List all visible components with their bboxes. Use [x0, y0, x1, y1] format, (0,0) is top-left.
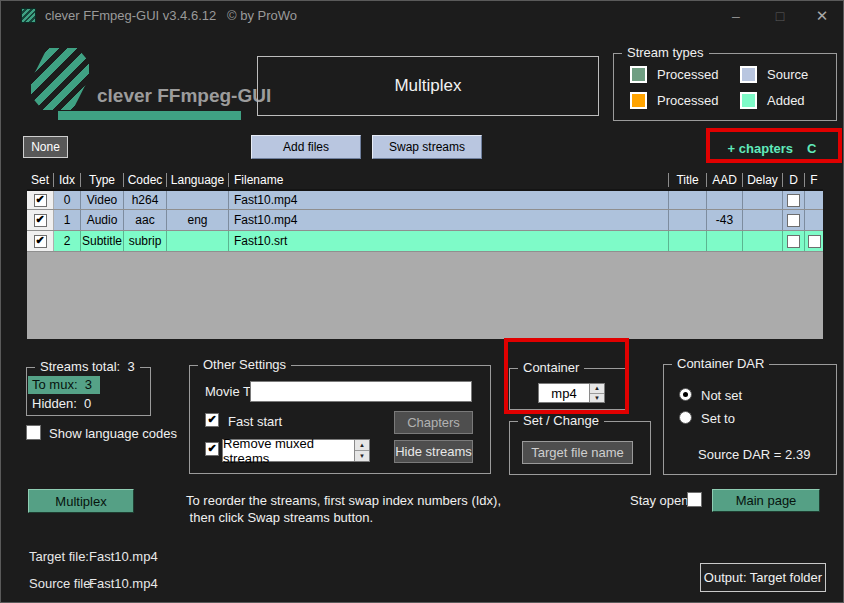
add-files-button[interactable]: Add files [251, 135, 361, 159]
idx-cell[interactable]: 2 [54, 231, 81, 251]
col-aad: AAD [707, 173, 743, 187]
set-cell[interactable] [27, 210, 54, 230]
table-row-audio[interactable]: 1 Audio aac eng Fast10.mp4 -43 [27, 210, 823, 231]
source-file-value: Fast10.mp4 [89, 576, 158, 591]
source-dar-value: Source DAR = 2.39 [698, 447, 810, 462]
spin-down-icon[interactable]: ▼ [590, 394, 604, 403]
title-bar: clever FFmpeg-GUI v3.4.6.12 © by ProWo –… [1, 1, 843, 31]
target-file-name-button[interactable]: Target file name [522, 441, 633, 464]
f-checkbox[interactable] [808, 235, 821, 248]
streams-total-label: Streams total: 3 [35, 359, 140, 374]
d-checkbox[interactable] [787, 214, 800, 227]
col-type: Type [81, 173, 124, 187]
legend-label: Processed [657, 67, 718, 82]
aad-cell[interactable] [707, 231, 743, 251]
filename-cell: Fast10.mp4 [229, 210, 669, 230]
close-button[interactable]: ✕ [809, 7, 835, 25]
hint-line1: To reorder the streams, first swap index… [186, 493, 501, 508]
language-cell[interactable] [167, 191, 229, 209]
set-checkbox[interactable] [34, 214, 47, 227]
chapters-shortcut: C [807, 141, 816, 156]
language-cell[interactable] [167, 231, 229, 251]
processed-orange-swatch [630, 92, 647, 109]
remove-muxed-checkbox[interactable] [205, 442, 219, 456]
output-target-folder-button[interactable]: Output: Target folder [700, 563, 826, 592]
col-idx: Idx [54, 173, 81, 187]
title-cell[interactable] [669, 210, 707, 230]
stream-types-label: Stream types [622, 45, 709, 60]
d-checkbox[interactable] [787, 235, 800, 248]
title-cell[interactable] [669, 191, 707, 209]
streams-summary-group: Streams total: 3 To mux: 3 Hidden: 0 [26, 367, 151, 416]
set-cell[interactable] [27, 191, 54, 209]
col-set: Set [27, 173, 54, 187]
aad-cell[interactable] [707, 191, 743, 209]
col-filename: Filename [229, 173, 669, 187]
container-spinner[interactable]: mp4 ▲▼ [538, 383, 605, 403]
spinner-arrows[interactable]: ▲▼ [589, 384, 604, 402]
delay-cell[interactable] [743, 231, 783, 251]
d-cell[interactable] [783, 210, 805, 230]
idx-cell[interactable]: 0 [54, 191, 81, 209]
filename-cell: Fast10.srt [229, 231, 669, 251]
set-change-label: Set / Change [518, 413, 604, 428]
col-codec: Codec [124, 173, 167, 187]
stream-table: Set Idx Type Codec Language Filename Tit… [27, 171, 823, 339]
target-file-label: Target file: [29, 549, 89, 564]
stay-open-checkbox[interactable] [687, 492, 702, 507]
added-swatch [740, 92, 757, 109]
dar-not-set-radio[interactable] [679, 388, 692, 401]
movie-title-input[interactable] [250, 381, 472, 402]
spin-down-icon[interactable]: ▼ [355, 451, 369, 461]
d-cell[interactable] [783, 191, 805, 209]
spinner-arrows[interactable]: ▲▼ [354, 440, 369, 461]
add-chapters-link[interactable]: + chaptersC [706, 141, 838, 156]
other-settings-label: Other Settings [198, 357, 291, 372]
multiplex-button[interactable]: Multiplex [28, 489, 134, 513]
legend-source: Source [740, 66, 808, 83]
col-f: F [805, 173, 823, 187]
aad-cell[interactable]: -43 [707, 210, 743, 230]
hidden-count: Hidden: 0 [32, 396, 150, 411]
page-title: Multiplex [257, 56, 599, 116]
d-checkbox[interactable] [787, 194, 800, 207]
set-cell[interactable] [27, 231, 54, 251]
f-cell [805, 210, 823, 230]
minimize-button[interactable]: – [723, 7, 749, 25]
fast-start-checkbox-checked[interactable] [205, 413, 219, 427]
codec-cell: h264 [124, 191, 167, 209]
delay-cell[interactable] [743, 210, 783, 230]
app-window: clever FFmpeg-GUI v3.4.6.12 © by ProWo –… [0, 0, 844, 603]
hint-line2: then click Swap streams button. [186, 510, 373, 525]
spin-up-icon[interactable]: ▲ [590, 384, 604, 394]
col-title: Title [669, 173, 707, 187]
language-cell[interactable]: eng [167, 210, 229, 230]
col-d: D [783, 173, 805, 187]
title-cell[interactable] [669, 231, 707, 251]
idx-cell[interactable]: 1 [54, 210, 81, 230]
set-checkbox[interactable] [34, 194, 47, 207]
spin-up-icon[interactable]: ▲ [355, 440, 369, 451]
table-row-video[interactable]: 0 Video h264 Fast10.mp4 [27, 189, 823, 210]
dar-set-to-label: Set to [701, 411, 735, 426]
logo-text: clever FFmpeg-GUI [97, 85, 271, 107]
maximize-button[interactable]: □ [767, 7, 793, 25]
app-logo-icon [31, 48, 89, 110]
table-row-subtitle[interactable]: 2 Subtitle subrip Fast10.srt [27, 231, 823, 252]
f-cell[interactable] [805, 231, 823, 251]
col-language: Language [167, 173, 229, 187]
show-language-codes-checkbox[interactable] [26, 425, 41, 440]
set-checkbox[interactable] [34, 235, 47, 248]
dar-set-to-radio[interactable] [679, 411, 692, 424]
f-cell [805, 191, 823, 209]
remove-muxed-spinner[interactable]: Remove muxed streams ▲▼ [222, 439, 370, 462]
chapters-link-text: + chapters [728, 141, 793, 156]
main-page-button[interactable]: Main page [712, 489, 820, 512]
chapters-button[interactable]: Chapters [394, 411, 473, 434]
hide-streams-button[interactable]: Hide streams [394, 440, 473, 463]
none-button[interactable]: None [23, 136, 68, 158]
swap-streams-button[interactable]: Swap streams [372, 135, 482, 159]
delay-cell[interactable] [743, 191, 783, 209]
source-swatch [740, 66, 757, 83]
d-cell[interactable] [783, 231, 805, 251]
